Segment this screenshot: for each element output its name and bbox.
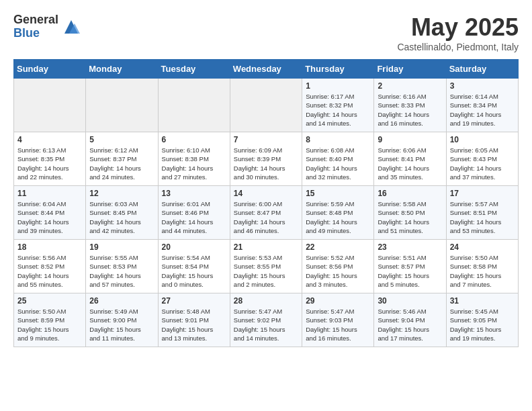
day-number: 27 [162,296,226,306]
day-info: Sunrise: 6:10 AM Sunset: 8:38 PM Dayligh… [162,146,226,181]
day-number: 11 [17,189,82,198]
day-info: Sunrise: 5:46 AM Sunset: 9:04 PM Dayligh… [378,307,442,342]
calendar-cell: 18Sunrise: 5:56 AM Sunset: 8:52 PM Dayli… [14,240,86,293]
calendar-week-row: 25Sunrise: 5:50 AM Sunset: 8:59 PM Dayli… [14,293,519,347]
day-info: Sunrise: 5:50 AM Sunset: 8:58 PM Dayligh… [450,253,515,289]
day-info: Sunrise: 6:17 AM Sunset: 8:32 PM Dayligh… [306,92,370,128]
calendar-cell: 14Sunrise: 6:00 AM Sunset: 8:47 PM Dayli… [230,186,302,240]
calendar-weekday-thursday: Thursday [302,60,374,79]
day-number: 17 [450,189,515,198]
calendar-cell: 3Sunrise: 6:14 AM Sunset: 8:34 PM Daylig… [446,79,518,132]
day-info: Sunrise: 5:55 AM Sunset: 8:53 PM Dayligh… [89,253,154,289]
calendar-cell: 16Sunrise: 5:58 AM Sunset: 8:50 PM Dayli… [374,186,446,240]
day-number: 22 [306,242,370,252]
calendar-weekday-monday: Monday [86,60,158,79]
calendar-cell [14,79,86,132]
calendar-weekday-tuesday: Tuesday [158,60,230,79]
day-info: Sunrise: 5:56 AM Sunset: 8:52 PM Dayligh… [17,253,82,289]
calendar-header-row: SundayMondayTuesdayWednesdayThursdayFrid… [14,60,519,79]
calendar-cell: 1Sunrise: 6:17 AM Sunset: 8:32 PM Daylig… [302,79,374,132]
calendar-weekday-wednesday: Wednesday [230,60,302,79]
day-number: 7 [234,135,298,144]
day-number: 18 [17,242,82,252]
logo-general-text: General [13,13,58,27]
day-info: Sunrise: 6:08 AM Sunset: 8:40 PM Dayligh… [306,146,370,181]
calendar-cell [86,79,158,132]
day-info: Sunrise: 5:49 AM Sunset: 9:00 PM Dayligh… [89,307,154,342]
day-number: 6 [162,135,226,144]
calendar-cell: 22Sunrise: 5:52 AM Sunset: 8:56 PM Dayli… [302,240,374,293]
day-number: 2 [378,81,442,91]
calendar-weekday-friday: Friday [374,60,446,79]
day-number: 20 [162,242,226,252]
calendar-cell: 15Sunrise: 5:59 AM Sunset: 8:48 PM Dayli… [302,186,374,240]
calendar-cell: 13Sunrise: 6:01 AM Sunset: 8:46 PM Dayli… [158,186,230,240]
day-number: 24 [450,242,515,252]
day-number: 4 [17,135,82,144]
day-number: 9 [378,135,442,144]
day-number: 29 [306,296,370,306]
calendar-cell: 17Sunrise: 5:57 AM Sunset: 8:51 PM Dayli… [446,186,518,240]
day-info: Sunrise: 6:13 AM Sunset: 8:35 PM Dayligh… [17,146,82,181]
day-info: Sunrise: 6:06 AM Sunset: 8:41 PM Dayligh… [378,146,442,181]
calendar-cell: 24Sunrise: 5:50 AM Sunset: 8:58 PM Dayli… [446,240,518,293]
day-info: Sunrise: 6:05 AM Sunset: 8:43 PM Dayligh… [450,146,515,181]
calendar-cell: 29Sunrise: 5:47 AM Sunset: 9:03 PM Dayli… [302,293,374,347]
day-info: Sunrise: 6:00 AM Sunset: 8:47 PM Dayligh… [234,199,298,235]
day-number: 16 [378,189,442,198]
day-info: Sunrise: 5:57 AM Sunset: 8:51 PM Dayligh… [450,199,515,235]
day-info: Sunrise: 6:16 AM Sunset: 8:33 PM Dayligh… [378,92,442,128]
calendar-cell: 2Sunrise: 6:16 AM Sunset: 8:33 PM Daylig… [374,79,446,132]
calendar-weekday-saturday: Saturday [446,60,518,79]
day-info: Sunrise: 5:47 AM Sunset: 9:03 PM Dayligh… [306,307,370,342]
day-info: Sunrise: 5:58 AM Sunset: 8:50 PM Dayligh… [378,199,442,235]
logo: General Blue [13,13,81,40]
day-info: Sunrise: 6:04 AM Sunset: 8:44 PM Dayligh… [17,199,82,235]
day-number: 3 [450,81,515,91]
day-number: 26 [89,296,154,306]
calendar-week-row: 11Sunrise: 6:04 AM Sunset: 8:44 PM Dayli… [14,186,519,240]
calendar-cell: 19Sunrise: 5:55 AM Sunset: 8:53 PM Dayli… [86,240,158,293]
day-number: 1 [306,81,370,91]
calendar-cell: 26Sunrise: 5:49 AM Sunset: 9:00 PM Dayli… [86,293,158,347]
calendar-table: SundayMondayTuesdayWednesdayThursdayFrid… [13,59,519,347]
calendar-cell: 21Sunrise: 5:53 AM Sunset: 8:55 PM Dayli… [230,240,302,293]
calendar-cell: 8Sunrise: 6:08 AM Sunset: 8:40 PM Daylig… [302,132,374,186]
day-number: 8 [306,135,370,144]
day-info: Sunrise: 6:14 AM Sunset: 8:34 PM Dayligh… [450,92,515,128]
day-info: Sunrise: 6:12 AM Sunset: 8:37 PM Dayligh… [89,146,154,181]
month-title: May 2025 [397,13,519,42]
day-info: Sunrise: 5:48 AM Sunset: 9:01 PM Dayligh… [162,307,226,342]
day-number: 19 [89,242,154,252]
calendar-cell: 23Sunrise: 5:51 AM Sunset: 8:57 PM Dayli… [374,240,446,293]
day-number: 23 [378,242,442,252]
calendar-week-row: 18Sunrise: 5:56 AM Sunset: 8:52 PM Dayli… [14,240,519,293]
calendar-cell: 7Sunrise: 6:09 AM Sunset: 8:39 PM Daylig… [230,132,302,186]
calendar-cell: 12Sunrise: 6:03 AM Sunset: 8:45 PM Dayli… [86,186,158,240]
day-info: Sunrise: 5:47 AM Sunset: 9:02 PM Dayligh… [234,307,298,342]
day-info: Sunrise: 5:53 AM Sunset: 8:55 PM Dayligh… [234,253,298,289]
day-info: Sunrise: 5:50 AM Sunset: 8:59 PM Dayligh… [17,307,82,342]
logo-icon [61,17,81,37]
location-text: Castellinaldo, Piedmont, Italy [397,42,519,52]
calendar-week-row: 1Sunrise: 6:17 AM Sunset: 8:32 PM Daylig… [14,79,519,132]
calendar-cell: 9Sunrise: 6:06 AM Sunset: 8:41 PM Daylig… [374,132,446,186]
calendar-cell [230,79,302,132]
calendar-cell: 28Sunrise: 5:47 AM Sunset: 9:02 PM Dayli… [230,293,302,347]
calendar-cell: 20Sunrise: 5:54 AM Sunset: 8:54 PM Dayli… [158,240,230,293]
day-number: 21 [234,242,298,252]
day-number: 12 [89,189,154,198]
day-info: Sunrise: 5:45 AM Sunset: 9:05 PM Dayligh… [450,307,515,342]
calendar-cell: 30Sunrise: 5:46 AM Sunset: 9:04 PM Dayli… [374,293,446,347]
day-number: 15 [306,189,370,198]
day-info: Sunrise: 5:51 AM Sunset: 8:57 PM Dayligh… [378,253,442,289]
calendar-cell: 6Sunrise: 6:10 AM Sunset: 8:38 PM Daylig… [158,132,230,186]
calendar-cell: 4Sunrise: 6:13 AM Sunset: 8:35 PM Daylig… [14,132,86,186]
page-header: General Blue May 2025 Castellinaldo, Pie… [13,13,519,52]
day-number: 30 [378,296,442,306]
calendar-cell: 10Sunrise: 6:05 AM Sunset: 8:43 PM Dayli… [446,132,518,186]
day-info: Sunrise: 5:54 AM Sunset: 8:54 PM Dayligh… [162,253,226,289]
logo-blue-text: Blue [13,27,58,40]
day-number: 5 [89,135,154,144]
day-info: Sunrise: 5:59 AM Sunset: 8:48 PM Dayligh… [306,199,370,235]
